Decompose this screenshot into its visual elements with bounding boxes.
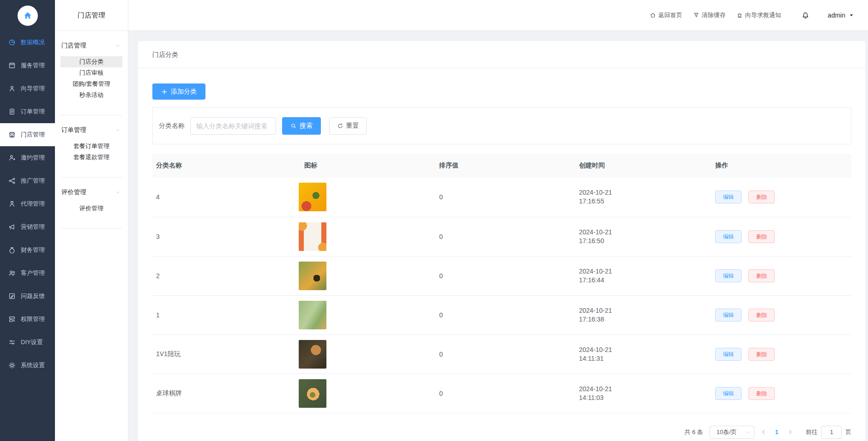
sidebar-item-label: 门店管理: [21, 131, 45, 139]
sort-value-cell: 0: [435, 295, 575, 334]
sidebar-item-向导管理[interactable]: 向导管理: [0, 77, 55, 100]
edit-button[interactable]: 编辑: [715, 348, 741, 361]
submenu-item-评价管理[interactable]: 评价管理: [60, 203, 122, 214]
submenu-item-套餐退款管理[interactable]: 套餐退款管理: [60, 152, 122, 163]
delete-button[interactable]: 删除: [748, 230, 775, 243]
topbar-link-清除缓存[interactable]: 清除缓存: [693, 11, 726, 19]
sidebar-item-客户管理[interactable]: 客户管理: [0, 262, 55, 285]
delete-button[interactable]: 删除: [748, 348, 775, 361]
add-category-label: 添加分类: [171, 88, 197, 96]
clear-cache-icon: [693, 12, 699, 18]
submenu-item-套餐订单管理[interactable]: 套餐订单管理: [60, 141, 122, 152]
actions-cell: 编辑删除: [711, 217, 851, 256]
created-time-cell: 2024-10-2117:16:55: [575, 178, 711, 217]
search-button-label: 搜索: [300, 122, 313, 130]
submenu-section-header[interactable]: 订单管理: [55, 126, 128, 134]
prev-page-button[interactable]: [754, 429, 772, 435]
sidebar-item-label: 数据概况: [21, 38, 45, 47]
permission-icon: [8, 316, 16, 323]
goto-suffix: 页: [845, 428, 851, 436]
delete-button[interactable]: 删除: [748, 269, 775, 282]
edit-button[interactable]: 编辑: [715, 230, 741, 243]
topbar-actions: 返回首页清除缓存向导求救通知: [639, 11, 781, 19]
category-name-input[interactable]: [190, 117, 276, 135]
submenu-item-团购/套餐管理[interactable]: 团购/套餐管理: [60, 78, 122, 89]
edit-button[interactable]: 编辑: [715, 387, 741, 400]
created-time: 17:16:50: [579, 237, 711, 245]
submenu-items: 评价管理: [55, 203, 128, 214]
topbar-link-向导求救通知[interactable]: 向导求救通知: [736, 11, 781, 19]
finance-icon: [8, 246, 16, 254]
category-name-cell: 3: [152, 217, 301, 256]
search-button[interactable]: 搜索: [282, 117, 321, 135]
category-name-cell: 桌球棋牌: [152, 374, 301, 413]
submenu-item-秒杀活动[interactable]: 秒杀活动: [60, 89, 122, 101]
category-icon-cell: [301, 217, 435, 256]
submenu-section-header[interactable]: 门店管理: [55, 42, 128, 50]
edit-button[interactable]: 编辑: [715, 309, 741, 322]
primary-nav: 数据概况服务管理向导管理订单管理门店管理邀约管理推广管理代理管理营销管理财务管理…: [0, 31, 55, 377]
actions-cell: 编辑删除: [711, 295, 851, 334]
category-name-cell: 4: [152, 178, 301, 217]
edit-button[interactable]: 编辑: [715, 191, 741, 203]
page-number-1[interactable]: 1: [772, 429, 781, 435]
submenu-item-门店分类[interactable]: 门店分类: [60, 56, 122, 67]
topbar-link-返回首页[interactable]: 返回首页: [650, 11, 682, 19]
delete-button[interactable]: 删除: [748, 191, 775, 203]
order-icon: [8, 108, 16, 115]
page-size-select[interactable]: 10条/页: [710, 426, 754, 439]
sidebar-item-问题反馈[interactable]: 问题反馈: [0, 285, 55, 308]
created-date: 2024-10-21: [579, 267, 711, 276]
category-icon-cell: [301, 374, 435, 413]
sidebar-item-推广管理[interactable]: 推广管理: [0, 169, 55, 192]
secondary-sidebar: 门店管理 门店管理门店分类门店审核团购/套餐管理秒杀活动订单管理套餐订单管理套餐…: [55, 0, 128, 441]
chevron-down-icon: [745, 429, 750, 435]
sidebar-item-财务管理[interactable]: 财务管理: [0, 238, 55, 262]
alarm-icon: [736, 12, 743, 18]
reset-button[interactable]: 重置: [329, 117, 367, 135]
sidebar-item-邀约管理[interactable]: 邀约管理: [0, 146, 55, 169]
sidebar-item-label: 营销管理: [21, 223, 45, 231]
edit-button[interactable]: 编辑: [715, 269, 741, 282]
sidebar-item-代理管理[interactable]: 代理管理: [0, 192, 55, 215]
feedback-icon: [8, 292, 16, 300]
sidebar-item-数据概况[interactable]: 数据概况: [0, 31, 55, 54]
sidebar-item-服务管理[interactable]: 服务管理: [0, 54, 55, 77]
delete-button[interactable]: 删除: [748, 309, 775, 322]
sidebar-item-DIY设置[interactable]: DIY设置: [0, 331, 55, 354]
sort-value-cell: 0: [435, 374, 575, 413]
goto-label: 前往: [806, 428, 818, 436]
created-time: 14:11:31: [579, 354, 711, 363]
sidebar-item-订单管理[interactable]: 订单管理: [0, 100, 55, 123]
add-category-button[interactable]: 添加分类: [152, 83, 205, 100]
topbar: 返回首页清除缓存向导求救通知 admin: [128, 0, 868, 31]
submenu-section-title: 订单管理: [61, 126, 86, 134]
submenu-section-header[interactable]: 评价管理: [55, 188, 128, 197]
actions-cell: 编辑删除: [711, 178, 851, 217]
sidebar-item-label: 代理管理: [21, 200, 45, 208]
sidebar-item-门店管理[interactable]: 门店管理: [0, 123, 55, 146]
sidebar-item-权限管理[interactable]: 权限管理: [0, 308, 55, 331]
goto-page-input[interactable]: [821, 426, 842, 439]
created-time-cell: 2024-10-2114:11:31: [575, 334, 711, 374]
created-time-cell: 2024-10-2117:16:38: [575, 295, 711, 334]
user-menu[interactable]: admin: [828, 12, 854, 19]
logo-area: [0, 0, 55, 31]
submenu-item-门店审核[interactable]: 门店审核: [60, 67, 122, 78]
submenu-items: 门店分类门店审核团购/套餐管理秒杀活动: [55, 56, 128, 101]
delete-button[interactable]: 删除: [748, 387, 775, 400]
sidebar-item-营销管理[interactable]: 营销管理: [0, 215, 55, 238]
table-row: 402024-10-2117:16:55编辑删除: [152, 178, 851, 217]
sidebar-item-label: 邀约管理: [21, 154, 45, 162]
home-button[interactable]: [18, 6, 38, 26]
created-time: 17:16:44: [579, 276, 711, 285]
sidebar-item-label: 系统设置: [21, 361, 45, 369]
notification-bell-button[interactable]: [802, 12, 809, 19]
sidebar-item-系统设置[interactable]: 系统设置: [0, 354, 55, 377]
next-page-icon: [787, 429, 793, 435]
created-date: 2024-10-21: [579, 385, 711, 393]
next-page-button[interactable]: [781, 429, 799, 435]
category-table: 分类名称图标排序值创建时间操作 402024-10-2117:16:55编辑删除…: [152, 154, 851, 413]
primary-sidebar: 数据概况服务管理向导管理订单管理门店管理邀约管理推广管理代理管理营销管理财务管理…: [0, 0, 55, 441]
table-row: 202024-10-2117:16:44编辑删除: [152, 256, 851, 295]
